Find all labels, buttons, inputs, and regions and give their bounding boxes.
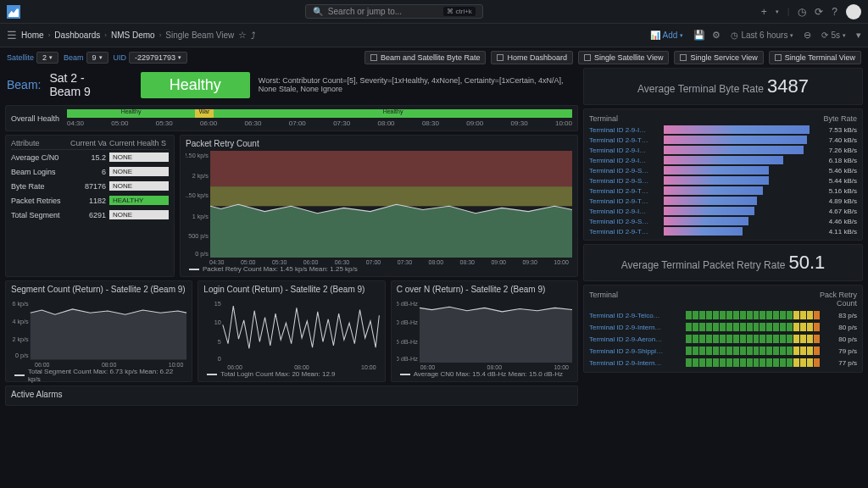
satellite-filter[interactable]: Satellite2▾	[7, 52, 58, 64]
svg-text:1 kp/s: 1 kp/s	[192, 213, 209, 220]
svg-text:0 dB-Hz: 0 dB-Hz	[397, 355, 418, 363]
table-row[interactable]: Terminal ID 2-9-Telco…83 p/s	[589, 309, 857, 321]
add-button[interactable]: 📊Add▾	[647, 29, 687, 42]
linkbar: Satellite2▾ Beam9▾ UID-229791793▾ Beam a…	[0, 47, 868, 68]
save-icon[interactable]: 💾	[693, 30, 705, 41]
worst-text: Worst: Contributor Count=[5], Severity=[…	[259, 76, 576, 93]
refresh-picker[interactable]: ⟳5s▾	[818, 29, 849, 42]
table-row[interactable]: Terminal ID 2-9-I…7.53 kB/s	[589, 125, 857, 135]
svg-text:2 kp/s: 2 kp/s	[192, 172, 209, 180]
c-over-n-chart[interactable]: 15 dB-Hz 10 dB-Hz 5 dB-Hz 0 dB-Hz	[397, 297, 572, 363]
svg-text:2.50 kp/s: 2.50 kp/s	[186, 152, 209, 159]
table-row[interactable]: Terminal ID 2-9-Aeron…80 p/s	[589, 333, 857, 345]
timeline-label: Overall Health	[11, 114, 62, 123]
shortcut-link[interactable]: Home Dashboard	[491, 51, 573, 64]
table-row[interactable]: Terminal ID 2-9-I…7.26 kB/s	[589, 145, 857, 155]
svg-text:4 kp/s: 4 kp/s	[12, 318, 29, 325]
table-row[interactable]: Terminal ID 2-9-T…4.89 kB/s	[589, 196, 857, 206]
chevron-down-icon[interactable]: ▾	[856, 30, 861, 41]
search-icon: 🔍	[313, 7, 323, 16]
table-row[interactable]: Terminal ID 2-9-I…6.18 kB/s	[589, 155, 857, 165]
table-row[interactable]: Terminal ID 2-9-T…4.11 kB/s	[589, 226, 857, 236]
svg-text:0 p/s: 0 p/s	[15, 352, 29, 360]
settings-icon[interactable]: ⚙	[712, 30, 721, 41]
breadcrumb-demo[interactable]: NMS Demo	[111, 30, 155, 40]
app-logo[interactable]	[7, 5, 20, 19]
add-icon[interactable]: +	[761, 6, 767, 18]
shortcut-link[interactable]: Beam and Satellite Byte Rate	[364, 51, 487, 64]
history-icon[interactable]: ◷	[798, 6, 806, 18]
clock-icon: ◷	[731, 30, 738, 40]
table-row[interactable]: Terminal ID 2-9-S…5.44 kB/s	[589, 175, 857, 186]
table-row[interactable]: Packet Retries1182HEALTHY	[11, 193, 169, 208]
table-row[interactable]: Terminal ID 2-9-I…4.67 kB/s	[589, 206, 857, 216]
zoom-out-icon[interactable]: ⊖	[804, 30, 811, 41]
shortcut-link[interactable]: Single Service View	[674, 51, 763, 64]
svg-text:5: 5	[218, 338, 221, 346]
retry-table: TerminalPack Retry Count Terminal ID 2-9…	[583, 285, 863, 373]
table-row[interactable]: Terminal ID 2-9-T…5.16 kB/s	[589, 186, 857, 196]
svg-text:6 kp/s: 6 kp/s	[12, 300, 29, 308]
avg-byte-rate-panel: Average Terminal Byte Rate3487	[583, 68, 863, 105]
svg-text:10: 10	[214, 319, 221, 327]
shortcut-link[interactable]: Single Satellite View	[578, 51, 669, 64]
svg-text:10 dB-Hz: 10 dB-Hz	[397, 319, 418, 327]
svg-text:15 dB-Hz: 15 dB-Hz	[397, 300, 418, 308]
star-icon[interactable]: ☆	[238, 30, 247, 41]
dashboard-icon	[775, 54, 782, 61]
chevron-down-icon: ▾	[776, 8, 779, 15]
table-row[interactable]: Terminal ID 2-9-S…5.46 kB/s	[589, 165, 857, 175]
svg-rect-1	[210, 186, 572, 206]
packet-retry-panel: Packet Retry Count 2.50 kp/s 2 kp/s 1.50…	[180, 135, 578, 277]
help-icon[interactable]: ?	[832, 6, 837, 18]
avatar[interactable]	[846, 4, 861, 19]
table-row[interactable]: Terminal ID 2-9-T…7.40 kB/s	[589, 135, 857, 145]
table-row[interactable]: Terminal ID 2-9-S…4.46 kB/s	[589, 216, 857, 226]
health-badge: Healthy	[141, 72, 250, 98]
attribute-table: AttributeCurrent VaCurrent Health S Aver…	[5, 135, 175, 277]
topbar-right: +▾ | ◷ ⟳ ?	[761, 4, 861, 19]
beam-filter[interactable]: Beam9▾	[64, 52, 108, 64]
refresh-icon: ⟳	[821, 30, 828, 40]
search-input[interactable]: 🔍 Search or jump to... ⌘ ctrl+k	[305, 4, 483, 19]
breadcrumb-home[interactable]: Home	[21, 30, 44, 40]
search-wrap: 🔍 Search or jump to... ⌘ ctrl+k	[27, 4, 761, 19]
svg-text:0: 0	[218, 355, 221, 363]
table-row[interactable]: Terminal ID 2-9-Intern…77 p/s	[589, 357, 857, 369]
table-row[interactable]: Total Segment6291NONE	[11, 208, 169, 222]
table-row[interactable]: Average C/N015.2NONE	[11, 150, 169, 164]
packet-retry-chart[interactable]: 2.50 kp/s 2 kp/s 1.50 kp/s 1 kp/s 500 p/…	[186, 151, 572, 258]
segment-count-chart[interactable]: 6 kp/s 4 kp/s 2 kp/s 0 p/s	[11, 297, 186, 360]
timerange-picker[interactable]: ◷Last 6 hours▾	[727, 29, 797, 42]
beam-header: Beam: Sat 2 - Beam 9 Healthy Worst: Cont…	[5, 68, 578, 102]
svg-text:15: 15	[214, 300, 221, 308]
breadcrumb: ☰ Home› Dashboards› NMS Demo› Single Bea…	[7, 29, 256, 42]
active-alarms-panel: Active Alarms	[5, 385, 578, 406]
table-row[interactable]: Terminal ID 2-9-Intern…80 p/s	[589, 321, 857, 333]
svg-text:2 kp/s: 2 kp/s	[12, 336, 29, 344]
beam-value: Sat 2 - Beam 9	[49, 71, 114, 98]
table-row[interactable]: Byte Rate87176NONE	[11, 179, 169, 193]
search-shortcut: ⌘ ctrl+k	[443, 7, 476, 16]
shortcut-link[interactable]: Single Terminal View	[769, 51, 861, 64]
breadcrumb-current: Single Beam View	[165, 30, 234, 40]
menu-icon[interactable]: ☰	[7, 29, 17, 42]
uid-filter[interactable]: UID-229791793▾	[114, 52, 188, 64]
beam-label: Beam:	[7, 78, 41, 92]
table-row[interactable]: Beam Logins6NONE	[11, 164, 169, 179]
svg-rect-0	[210, 151, 572, 186]
login-count-chart[interactable]: 15 10 5 0	[203, 297, 379, 363]
svg-text:1.50 kp/s: 1.50 kp/s	[186, 191, 209, 199]
rss-icon[interactable]: ⟳	[815, 6, 823, 18]
share-icon[interactable]: ⤴	[251, 30, 256, 41]
svg-text:0 p/s: 0 p/s	[195, 250, 209, 258]
table-row[interactable]: Terminal ID 2-9-Shippi…79 p/s	[589, 345, 857, 357]
c-over-n-panel: C over N (Return) - Satellite 2 (Beam 9)…	[391, 280, 578, 382]
dashboard-icon	[497, 54, 504, 61]
svg-text:5 dB-Hz: 5 dB-Hz	[397, 338, 418, 346]
timeline-bar[interactable]: HealthyWarHealthy	[67, 109, 572, 118]
dashboard-icon	[680, 54, 687, 61]
navbar: ☰ Home› Dashboards› NMS Demo› Single Bea…	[0, 24, 868, 47]
breadcrumb-dashboards[interactable]: Dashboards	[54, 30, 100, 40]
search-placeholder: Search or jump to...	[328, 7, 402, 16]
